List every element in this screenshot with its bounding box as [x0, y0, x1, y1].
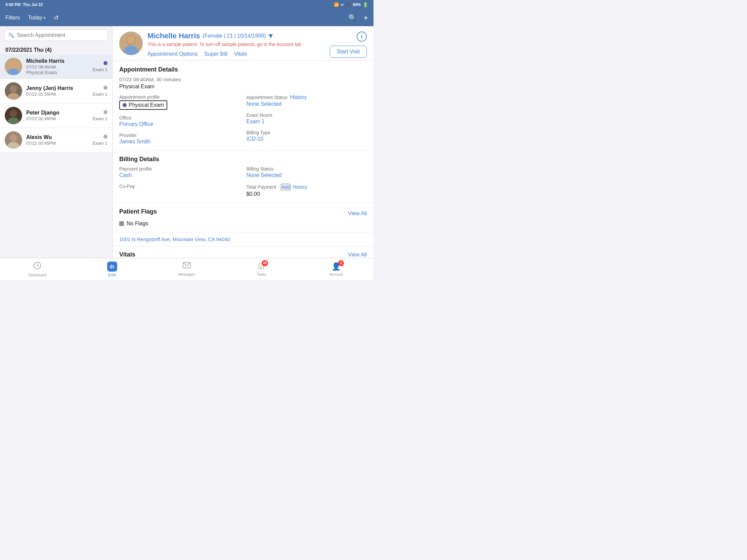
- flag-square-icon: [119, 221, 124, 226]
- provider-value[interactable]: James Smith: [119, 139, 240, 145]
- exam-room-label: Exam Room: [247, 112, 367, 118]
- patient-flags-view-all[interactable]: View All: [348, 211, 367, 217]
- billing-status-label: Billing Status: [247, 166, 367, 171]
- appointment-details-title: Appointment Details: [119, 66, 367, 73]
- patient-avatar: [119, 31, 143, 55]
- appointment-room: Exam 1: [93, 141, 107, 146]
- total-payment-value: $0.00: [247, 191, 367, 197]
- appointment-list-item[interactable]: Jenny (Jen) Harris 07/22 01:55PM Exam 1: [0, 79, 112, 103]
- patient-name[interactable]: Michelle Harris (Female | 21 | 10/14/199…: [148, 31, 303, 40]
- billing-type-value[interactable]: ICD-10: [247, 136, 367, 142]
- patient-name-chevron: ▾: [269, 31, 273, 40]
- wifi-icon: 📶: [334, 2, 339, 7]
- chevron-down-icon: ▾: [44, 16, 46, 20]
- appointment-info: Alexis Wu 07/22 03:45PM: [26, 134, 89, 146]
- exam-room-value[interactable]: Exam 1: [247, 118, 367, 125]
- appointment-status-label: Appointment Status: [247, 95, 287, 100]
- appointment-room: Exam 1: [93, 92, 107, 97]
- patient-flags-section: Patient Flags View All No Flags: [112, 203, 374, 232]
- status-bar: 4:00 PM Thu Jul 22 📶 •• 🎧 94% 🔋: [0, 0, 374, 9]
- search-button[interactable]: 🔍: [348, 14, 357, 22]
- appointment-info: Michelle Harris 07/22 09:40AM Physical E…: [26, 58, 89, 75]
- no-flags-label: No Flags: [127, 220, 148, 226]
- appointment-name: Alexis Wu: [26, 134, 89, 140]
- profile-dot: [123, 103, 127, 107]
- filters-button[interactable]: Filters: [5, 15, 20, 21]
- appointment-list-item[interactable]: Peter Django 07/22 02:45PM Exam 1: [0, 103, 112, 128]
- address-link[interactable]: 1001 N Rengstorff Ave, Mountain View, CA…: [112, 232, 374, 246]
- patient-demographics: (Female | 21 | 10/14/1999): [203, 33, 266, 39]
- svg-point-15: [127, 35, 135, 44]
- search-input[interactable]: [17, 32, 104, 38]
- tab-label: EHR: [108, 273, 116, 277]
- patient-header: Michelle Harris (Female | 21 | 10/14/199…: [112, 26, 374, 61]
- appointment-time: 07/22 09:40AM: [26, 64, 89, 70]
- svg-point-10: [10, 134, 17, 142]
- appointment-room: Exam 1: [93, 67, 107, 72]
- super-bill-link[interactable]: Super Bill: [204, 51, 227, 57]
- headphone-icon: 🎧: [345, 2, 351, 7]
- refresh-button[interactable]: ↺: [54, 14, 59, 22]
- no-flags-row: No Flags: [119, 220, 367, 226]
- signal-icon: ••: [341, 2, 343, 7]
- tasks-icon-wrap: ☑ 43: [258, 262, 265, 271]
- provider-label: Provider: [119, 133, 240, 138]
- add-payment-button[interactable]: Add: [281, 184, 290, 190]
- svg-point-7: [10, 110, 17, 117]
- appointment-status-dot: [103, 86, 107, 90]
- appointment-profile-value[interactable]: Physical Exam: [119, 100, 167, 110]
- today-label: Today: [28, 15, 43, 21]
- appointment-list: Michelle Harris 07/22 09:40AM Physical E…: [0, 54, 112, 258]
- appointment-status-value[interactable]: None Selected: [247, 101, 367, 107]
- svg-point-4: [10, 85, 17, 93]
- billing-status-value[interactable]: None Selected: [247, 172, 367, 178]
- date-header: 07/22/2021 Thu (4): [0, 44, 112, 54]
- profile-label: Appointment profile: [119, 94, 240, 100]
- tab-tasks[interactable]: ☑ 43 Tasks: [224, 262, 299, 276]
- billing-details-title: Billing Details: [119, 156, 367, 163]
- appointment-right: Exam 1: [93, 135, 107, 146]
- billing-details-section: Billing Details Payment profile Cash Co-…: [112, 151, 374, 203]
- tab-messages[interactable]: Messages: [150, 262, 224, 276]
- appointment-type: Physical Exam: [26, 70, 89, 75]
- tab-account[interactable]: 👤 3 Account: [299, 262, 374, 276]
- appointment-list-item[interactable]: Michelle Harris 07/22 09:40AM Physical E…: [0, 54, 112, 79]
- copay-label: Co-Pay: [119, 184, 240, 189]
- appointment-time: 07/22 02:45PM: [26, 116, 89, 121]
- svg-point-1: [10, 61, 17, 68]
- tab-ehr[interactable]: dr EHR: [75, 262, 149, 277]
- appointment-time: 07/22 01:55PM: [26, 92, 89, 97]
- appointment-list-item[interactable]: Alexis Wu 07/22 03:45PM Exam 1: [0, 128, 112, 153]
- avatar: [5, 131, 22, 149]
- vitals-link[interactable]: Vitals: [234, 51, 247, 57]
- appointment-history-button[interactable]: History: [290, 94, 307, 100]
- office-value[interactable]: Primary Office: [119, 121, 240, 127]
- payment-history-button[interactable]: History: [292, 184, 307, 190]
- battery-text: 94%: [353, 2, 361, 7]
- appointment-type-text: Physical Exam: [119, 84, 367, 90]
- appointment-time: 07/22 03:45PM: [26, 141, 89, 146]
- patient-nav-links: Appointment Options Super Bill Vitals: [148, 51, 303, 57]
- messages-icon: [183, 262, 191, 271]
- appointment-name: Peter Django: [26, 110, 89, 116]
- appointment-options-link[interactable]: Appointment Options: [148, 51, 198, 57]
- patient-flags-title: Patient Flags: [119, 208, 157, 215]
- add-button[interactable]: +: [363, 13, 368, 23]
- info-button[interactable]: i: [357, 31, 367, 42]
- tab-label: Dashboard: [28, 273, 46, 277]
- billing-type-label: Billing Type: [247, 130, 367, 135]
- vitals-view-all[interactable]: View All: [348, 252, 367, 258]
- vitals-title: Vitals: [119, 251, 135, 258]
- total-payment-label: Total Payment: [247, 184, 277, 190]
- appointment-info: Peter Django 07/22 02:45PM: [26, 110, 89, 121]
- search-icon: 🔍: [8, 32, 14, 38]
- avatar: [5, 58, 22, 75]
- appointment-name: Jenny (Jen) Harris: [26, 85, 89, 91]
- today-button[interactable]: Today ▾: [28, 15, 46, 21]
- start-visit-button[interactable]: Start Visit: [330, 46, 367, 58]
- appointment-right: Exam 1: [93, 61, 107, 72]
- payment-profile-value[interactable]: Cash: [119, 172, 240, 178]
- appointment-status-dot: [103, 135, 107, 139]
- tab-dashboard[interactable]: Dashboard: [0, 262, 75, 277]
- tasks-badge: 43: [262, 260, 268, 266]
